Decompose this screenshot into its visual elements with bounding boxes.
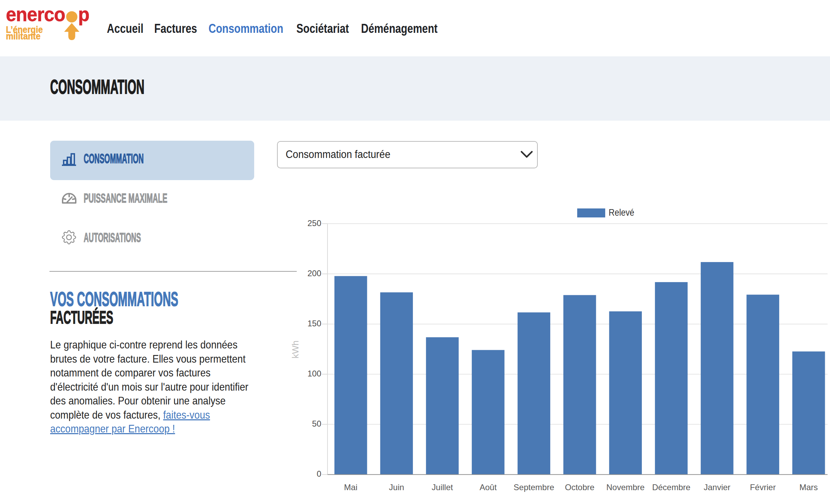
svg-text:Décembre: Décembre [652, 483, 691, 492]
svg-text:Août: Août [480, 483, 497, 492]
svg-text:Février: Février [750, 483, 776, 492]
svg-text:Mars: Mars [800, 483, 818, 492]
svg-text:100: 100 [307, 369, 321, 378]
svg-text:Juillet: Juillet [432, 483, 453, 492]
svg-text:150: 150 [307, 319, 321, 328]
svg-text:Mai: Mai [344, 483, 358, 492]
svg-text:50: 50 [312, 419, 321, 428]
svg-text:Relevé: Relevé [609, 207, 634, 218]
svg-text:Novembre: Novembre [606, 483, 645, 492]
svg-text:Juin: Juin [389, 483, 404, 492]
svg-text:200: 200 [307, 269, 321, 278]
svg-text:250: 250 [307, 218, 321, 228]
svg-text:Octobre: Octobre [565, 483, 594, 492]
svg-text:kWh: kWh [290, 340, 301, 358]
svg-text:Janvier: Janvier [704, 483, 730, 492]
svg-text:0: 0 [317, 469, 321, 478]
svg-text:Septembre: Septembre [514, 483, 554, 492]
